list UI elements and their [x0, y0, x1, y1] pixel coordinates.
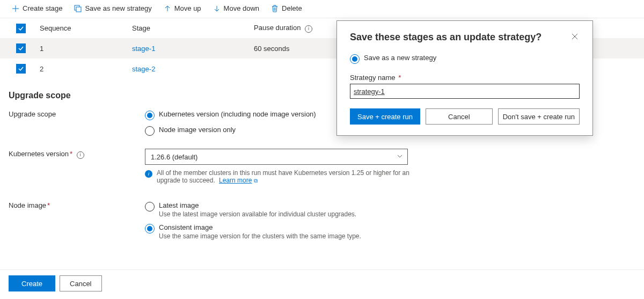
- info-icon: i: [145, 170, 152, 178]
- radio-icon: [145, 126, 155, 136]
- delete-button[interactable]: Delete: [271, 4, 302, 12]
- label-strategy-name: Strategy name *: [350, 74, 580, 82]
- radio-description: Use the latest image version available f…: [159, 210, 356, 218]
- row-checkbox[interactable]: [16, 43, 26, 53]
- external-link-icon: ⧉: [254, 178, 258, 184]
- trash-icon: [271, 5, 279, 12]
- radio-label: Consistent image: [159, 223, 361, 231]
- dont-save-create-run-button[interactable]: Don't save + create run: [498, 108, 580, 125]
- radio-label: Save as a new strategy: [364, 54, 436, 62]
- label-upgrade-scope: Upgrade scope: [9, 109, 145, 118]
- label-text: Strategy name: [350, 74, 396, 82]
- dialog-cancel-button[interactable]: Cancel: [426, 108, 493, 125]
- radio-icon: [145, 202, 155, 212]
- move-down-button[interactable]: Move down: [213, 4, 259, 12]
- radio-label: Kubernetes version (including node image…: [159, 110, 316, 118]
- chevron-down-icon: [397, 153, 403, 161]
- radio-label: Latest image: [159, 201, 356, 209]
- cell-sequence: 1: [40, 45, 132, 53]
- command-bar: Create stage Save as new strategy Move u…: [0, 0, 644, 18]
- col-sequence: Sequence: [40, 24, 132, 32]
- plus-icon: [12, 5, 19, 12]
- radio-icon: [350, 54, 360, 64]
- radio-consistent-image[interactable]: Consistent image Use the same image vers…: [145, 222, 553, 244]
- cancel-button[interactable]: Cancel: [60, 275, 101, 291]
- dropdown-value: 1.26.6 (default): [151, 153, 197, 161]
- radio-icon: [145, 111, 155, 120]
- arrow-down-icon: [213, 5, 221, 12]
- save-icon: [74, 5, 82, 12]
- save-strategy-dialog: Save these stages as an update strategy?…: [336, 20, 593, 136]
- col-pause-label: Pause duration: [254, 24, 301, 32]
- dialog-title: Save these stages as an update strategy?: [350, 32, 541, 43]
- stage-link[interactable]: stage-2: [132, 65, 155, 73]
- label: Save as new strategy: [85, 4, 151, 12]
- close-icon[interactable]: [570, 32, 580, 42]
- radio-save-as-new[interactable]: Save as a new strategy: [350, 53, 580, 68]
- cell-sequence: 2: [40, 65, 132, 73]
- help-text-content: All of the member clusters in this run m…: [157, 169, 409, 184]
- required-marker: *: [47, 201, 50, 209]
- label-kubernetes-version: Kubernetes version* i: [9, 149, 145, 159]
- svg-rect-1: [76, 7, 81, 12]
- label-text: Node image: [9, 201, 46, 209]
- label: Delete: [282, 4, 302, 12]
- radio-latest-image[interactable]: Latest image Use the latest image versio…: [145, 200, 553, 222]
- learn-more-link[interactable]: Learn more: [219, 177, 252, 184]
- radio-description: Use the same image version for the clust…: [159, 232, 361, 240]
- help-text: i All of the member clusters in this run…: [145, 169, 424, 184]
- save-create-run-button[interactable]: Save + create run: [350, 108, 420, 125]
- row-checkbox[interactable]: [16, 64, 26, 74]
- label: Create stage: [23, 4, 62, 12]
- required-marker: *: [70, 150, 72, 158]
- move-up-button[interactable]: Move up: [164, 4, 201, 12]
- label: Move down: [224, 4, 259, 12]
- label-node-image: Node image*: [9, 200, 145, 209]
- kubernetes-version-dropdown[interactable]: 1.26.6 (default): [145, 149, 408, 165]
- arrow-up-icon: [164, 5, 171, 12]
- field-node-image: Node image* Latest image Use the latest …: [0, 196, 644, 249]
- label-text: Kubernetes version: [9, 150, 69, 158]
- footer: Create Cancel: [0, 269, 644, 299]
- save-as-new-strategy-button[interactable]: Save as new strategy: [74, 4, 151, 12]
- info-icon[interactable]: i: [305, 25, 312, 33]
- field-kubernetes-version: Kubernetes version* i 1.26.6 (default) i…: [0, 144, 644, 188]
- radio-icon: [145, 224, 155, 234]
- radio-label: Node image version only: [159, 126, 236, 134]
- select-all-checkbox[interactable]: [16, 24, 26, 33]
- stage-link[interactable]: stage-1: [132, 45, 155, 53]
- strategy-name-input[interactable]: [350, 84, 580, 99]
- create-stage-button[interactable]: Create stage: [12, 4, 62, 12]
- create-button[interactable]: Create: [9, 275, 55, 291]
- label: Move up: [174, 4, 201, 12]
- col-stage: Stage: [132, 24, 254, 32]
- info-icon[interactable]: i: [77, 151, 84, 159]
- required-marker: *: [397, 74, 401, 82]
